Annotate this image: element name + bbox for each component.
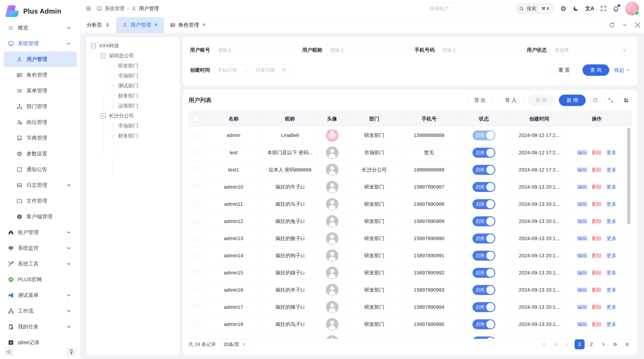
reset-button[interactable]: 重置 [550, 64, 578, 76]
sidebar-item-system-monitor[interactable]: 系统监控 [4, 240, 77, 256]
row-checkbox[interactable] [194, 236, 200, 241]
more-link[interactable]: 更多 [606, 269, 616, 276]
sidebar-item-gitee[interactable]: G gitee记录 [4, 335, 77, 345]
tree-node-root[interactable]: XXX科技 [91, 41, 175, 51]
tab-analysis[interactable]: 分析页 [80, 17, 116, 33]
sidebar-item-user-mgmt[interactable]: 用户管理 [4, 51, 77, 67]
delete-link[interactable]: 删除 [592, 269, 602, 276]
delete-link[interactable]: 删除 [592, 184, 602, 190]
edit-link[interactable]: 编辑 [577, 269, 587, 276]
status-toggle[interactable]: 启用 [472, 165, 495, 175]
tab-role-mgmt[interactable]: 角色管理 ✕ [164, 17, 212, 33]
prev-page-button[interactable] [563, 339, 573, 349]
more-link[interactable]: 更多 [606, 235, 616, 242]
edit-link[interactable]: 编辑 [577, 184, 587, 190]
more-link[interactable]: 更多 [606, 321, 616, 328]
import-button[interactable]: 导入 [497, 95, 524, 106]
pin-icon[interactable] [105, 22, 110, 27]
delete-link[interactable]: 删除 [592, 201, 602, 208]
sidebar-item-file-mgmt[interactable]: 文件管理 [4, 193, 77, 209]
status-toggle[interactable]: 启用 [472, 234, 495, 244]
collapse-sidebar-button[interactable] [4, 347, 14, 357]
status-toggle[interactable]: 启用 [472, 130, 495, 140]
edit-link[interactable]: 编辑 [577, 149, 587, 156]
tree-node-dept[interactable]: 市场部门 [91, 121, 175, 131]
status-toggle[interactable]: 启用 [472, 285, 495, 295]
edit-link[interactable]: 编辑 [577, 287, 587, 293]
status-toggle[interactable]: 启用 [472, 148, 495, 158]
status-select[interactable]: 请选择∨ [550, 44, 630, 56]
nickname-input[interactable]: 请输入 [326, 44, 406, 56]
phone-input[interactable]: 请输入 [438, 44, 518, 56]
sidebar-item-overview[interactable]: 概览 [4, 20, 77, 36]
breadcrumb-level1[interactable]: 系统管理 [104, 5, 124, 12]
export-button[interactable]: 导出 [466, 95, 494, 106]
sidebar-item-role-mgmt[interactable]: 角色管理 [4, 67, 77, 83]
hamburger-menu-icon[interactable] [86, 5, 92, 12]
account-input[interactable]: 请输入 [214, 44, 294, 56]
last-page-button[interactable] [622, 339, 632, 349]
more-link[interactable]: 更多 [606, 287, 616, 293]
date-range-input[interactable]: 开始日期 → 结束日期 [214, 64, 291, 76]
tree-collapse-icon[interactable] [100, 113, 106, 118]
sidebar-item-post-mgmt[interactable]: 岗位管理 [4, 114, 77, 130]
fullscreen-button[interactable] [600, 5, 607, 12]
more-link[interactable]: 更多 [606, 252, 616, 259]
more-link[interactable]: 更多 [606, 166, 616, 173]
tab-list-dropdown-button[interactable] [618, 17, 631, 33]
edit-link[interactable]: 编辑 [577, 321, 587, 328]
row-checkbox[interactable] [194, 184, 200, 190]
table-scrollbar[interactable] [627, 128, 630, 224]
tree-node-dept[interactable]: 财务部门 [91, 91, 175, 101]
dark-mode-toggle[interactable] [572, 5, 579, 12]
delete-link[interactable]: 删除 [592, 235, 602, 242]
row-checkbox[interactable] [194, 287, 200, 293]
tree-node-dept[interactable]: 市场部门 [91, 71, 175, 81]
status-toggle[interactable]: 启用 [472, 302, 495, 312]
status-toggle[interactable]: 启用 [472, 251, 495, 261]
status-toggle[interactable]: 启用 [472, 319, 495, 329]
row-checkbox[interactable] [194, 322, 200, 327]
first-page-button[interactable] [539, 339, 549, 349]
tree-collapse-icon[interactable] [91, 43, 96, 48]
refresh-page-button[interactable] [605, 17, 618, 33]
edit-link[interactable]: 编辑 [577, 201, 587, 208]
expand-table-button[interactable] [605, 95, 616, 106]
sidebar-item-workflow[interactable]: 工作流 [4, 303, 77, 319]
delete-link[interactable]: 删除 [592, 166, 602, 173]
column-settings-button[interactable] [620, 95, 632, 106]
tree-node-dept[interactable]: 运维部门 [91, 101, 175, 111]
row-checkbox[interactable] [194, 132, 200, 138]
sidebar-item-my-tasks[interactable]: 我的任务 [4, 319, 77, 335]
select-all-checkbox[interactable] [194, 116, 200, 122]
row-checkbox[interactable] [194, 270, 200, 276]
more-link[interactable]: 更多 [606, 304, 616, 311]
edit-link[interactable]: 编辑 [577, 218, 587, 225]
sidebar-item-menu-mgmt[interactable]: 菜单管理 [4, 83, 77, 99]
sidebar-item-system-mgmt[interactable]: 系统管理 [4, 36, 77, 51]
language-switch-button[interactable]: 文A [585, 5, 594, 12]
user-avatar[interactable] [625, 1, 639, 15]
more-link[interactable]: 更多 [606, 218, 616, 225]
edit-link[interactable]: 编辑 [577, 166, 587, 173]
delete-link[interactable]: 删除 [592, 218, 602, 225]
row-checkbox[interactable] [194, 304, 200, 310]
status-toggle[interactable]: 启用 [472, 199, 495, 209]
sidebar-item-dept-mgmt[interactable]: 部门管理 [4, 99, 77, 114]
more-link[interactable]: 更多 [606, 201, 616, 208]
status-toggle[interactable]: 启用 [472, 268, 495, 278]
delete-link[interactable]: 删除 [592, 287, 602, 293]
sidebar-item-tenant-mgmt[interactable]: 租户管理 [4, 225, 77, 240]
close-tab-icon[interactable]: ✕ [154, 22, 158, 28]
delete-link[interactable]: 删除 [592, 304, 602, 311]
row-checkbox[interactable] [194, 219, 200, 224]
sidebar-item-param-settings[interactable]: 参数设置 [4, 146, 77, 162]
more-link[interactable]: 更多 [606, 184, 616, 190]
sidebar-item-log-mgmt[interactable]: DEV 日志管理 [4, 177, 77, 193]
sidebar-item-plus-site[interactable]: PLUS官网 [4, 272, 77, 288]
tree-node-dept[interactable]: 财务部门 [91, 131, 175, 141]
row-checkbox[interactable] [194, 201, 200, 207]
back-10-pages-button[interactable] [551, 339, 561, 349]
tree-node-company[interactable]: 深圳总公司 [91, 51, 175, 61]
tenant-select-input[interactable]: 选择租户 [426, 3, 510, 14]
